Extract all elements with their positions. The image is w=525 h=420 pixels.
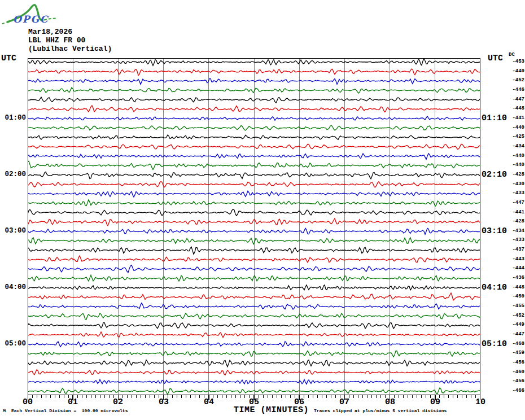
corner-mark: ʍ (3, 409, 6, 414)
dc-value: -430 (508, 182, 524, 187)
dc-value: -452 (508, 313, 524, 318)
x-tick-label: 01 (63, 398, 82, 406)
utc-title-left: UTC (1, 54, 16, 63)
dc-value: -446 (508, 88, 524, 93)
dc-value: -459 (508, 351, 524, 356)
x-tick-label: 08 (380, 398, 400, 406)
x-tick-label: 00 (18, 398, 37, 406)
dc-value: -440 (508, 163, 524, 168)
dc-value: -434 (508, 229, 524, 234)
seismogram-plot (28, 58, 480, 395)
hour-label-right: 01:10 (482, 114, 507, 123)
dc-value: -456 (508, 379, 524, 384)
dc-value: -440 (508, 154, 524, 159)
dc-value: -447 (508, 332, 524, 337)
x-tick-label: 07 (335, 398, 354, 406)
dc-value: -440 (508, 125, 524, 130)
dc-value: -441 (508, 116, 524, 121)
dc-value: -440 (508, 69, 524, 74)
hour-label-left: 02:00 (0, 171, 26, 178)
x-tick-label: 10 (471, 398, 490, 406)
dc-value: -452 (508, 78, 524, 83)
dc-value: -466 (508, 388, 524, 393)
dc-value: -447 (508, 97, 524, 102)
hour-label-right: 03:10 (482, 227, 507, 235)
hour-label-right: 02:10 (482, 170, 507, 179)
header-station: LBL HHZ FR 00 (28, 37, 85, 44)
x-tick-label: 02 (108, 398, 128, 406)
header-location: (Lubilhac Vertical) (28, 45, 112, 53)
x-tick-label: 09 (426, 398, 445, 406)
clip-note: Traces clipped at plus/minus 5 vertical … (314, 409, 447, 413)
dc-value: -434 (508, 144, 524, 149)
hour-label-left: 05:00 (0, 340, 26, 348)
dc-value: -425 (508, 134, 524, 139)
dc-value: -456 (508, 360, 524, 365)
x-axis-title: TIME (MINUTES) (234, 406, 309, 414)
dc-value: -428 (508, 219, 524, 224)
hour-label-right: 05:10 (482, 340, 507, 348)
dc-value: -448 (508, 106, 524, 111)
hour-label-left: 01:00 (0, 115, 26, 122)
dc-value: -444 (508, 266, 524, 271)
dc-value: -450 (508, 294, 524, 299)
utc-title-right: UTC (488, 54, 503, 63)
dc-value: -448 (508, 285, 524, 290)
dc-value: -441 (508, 210, 524, 215)
dc-column-header: DC (509, 53, 515, 58)
dc-value: -449 (508, 322, 524, 327)
dc-value: -443 (508, 257, 524, 262)
scale-note: Each Vertical Division = 100.00 microvol… (11, 409, 128, 413)
dc-value: -453 (508, 59, 524, 64)
dc-value: -428 (508, 172, 524, 177)
dc-value: -460 (508, 370, 524, 375)
dc-value: -436 (508, 275, 524, 281)
hour-label-right: 04:10 (482, 283, 507, 292)
dc-value: -455 (508, 304, 524, 309)
dc-value: -433 (508, 238, 524, 243)
hour-label-left: 03:00 (0, 228, 26, 235)
dc-value: -447 (508, 200, 524, 205)
seismogram-page: OPGC Mar18,2026 LBL HHZ FR 00 (Lubilhac … (0, 0, 525, 420)
x-tick-label: 03 (154, 398, 173, 406)
hour-label-left: 04:00 (0, 284, 26, 291)
x-tick-label: 04 (199, 398, 218, 406)
opgc-logo-text: OPGC (13, 15, 49, 24)
dc-value: -437 (508, 247, 524, 252)
dc-value: -433 (508, 191, 524, 196)
header-date: Mar18,2026 (28, 28, 72, 36)
dc-value: -468 (508, 342, 524, 347)
